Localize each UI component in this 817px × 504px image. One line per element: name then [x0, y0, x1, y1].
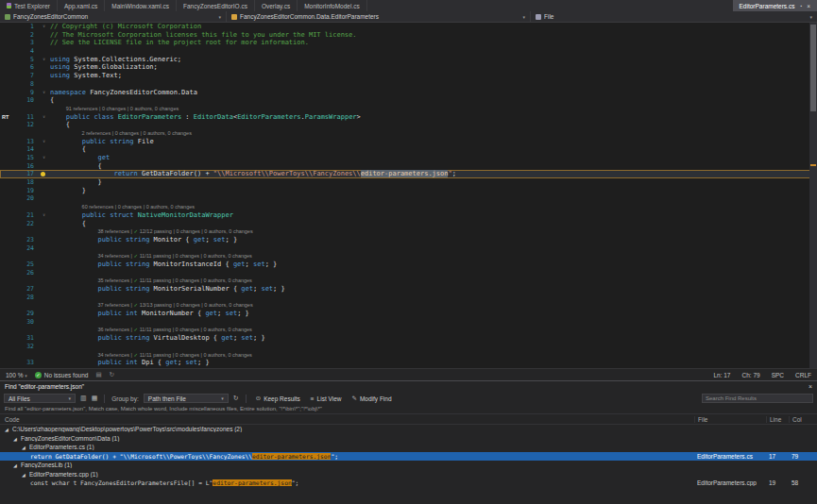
- fold-icon[interactable]: ∨: [38, 138, 50, 146]
- line-ending-indicator[interactable]: CRLF: [795, 372, 811, 378]
- code-line[interactable]: 12 {: [0, 121, 817, 129]
- glyph-margin[interactable]: [38, 318, 50, 327]
- code-line[interactable]: 23 public string Monitor { get; set; }: [0, 236, 817, 244]
- modify-find-button[interactable]: ✎ Modify Find: [349, 395, 395, 402]
- tab-overlay-cs[interactable]: Overlay.cs: [255, 0, 298, 11]
- column-line[interactable]: Line: [766, 416, 789, 423]
- code-line[interactable]: 21∨ public struct NativeMonitorDataWrapp…: [0, 211, 817, 220]
- breakpoint-margin[interactable]: [0, 96, 13, 105]
- spaces-indicator[interactable]: SPC: [772, 372, 784, 378]
- fold-icon[interactable]: ∨: [38, 89, 50, 97]
- scrollbar-thumb[interactable]: [810, 25, 816, 111]
- code-line[interactable]: 2// The Microsoft Corporation licenses t…: [0, 31, 817, 40]
- find-result-group[interactable]: ◢FancyZonesLib (1): [0, 461, 817, 470]
- breakpoint-margin[interactable]: [0, 220, 13, 228]
- search-find-results-input[interactable]: [702, 394, 813, 403]
- code-line[interactable]: 29 public int MonitorNumber { get; set; …: [0, 310, 817, 318]
- pin-icon[interactable]: ▪: [800, 3, 802, 8]
- fold-icon[interactable]: ∨: [38, 56, 50, 64]
- glyph-margin[interactable]: [38, 145, 50, 154]
- glyph-margin[interactable]: [38, 72, 50, 80]
- code-line[interactable]: 15∨ get: [0, 154, 817, 162]
- code-line[interactable]: 32: [0, 343, 817, 351]
- codelens-indicator[interactable]: 34 references | ✓ 11/11 passing | 0 chan…: [97, 351, 251, 360]
- glyph-margin[interactable]: [38, 326, 50, 334]
- code-line[interactable]: 28: [0, 294, 817, 302]
- fold-icon[interactable]: ∨: [38, 113, 50, 122]
- tab-monitorinfomodel-cs[interactable]: MonitorInfoModel.cs: [298, 0, 367, 11]
- glyph-margin[interactable]: [38, 236, 50, 244]
- close-icon[interactable]: ×: [808, 383, 812, 390]
- glyph-margin[interactable]: [38, 63, 50, 72]
- breakpoint-margin[interactable]: [0, 244, 13, 253]
- expander-icon[interactable]: ◢: [13, 462, 21, 468]
- open-file-icon[interactable]: ▥: [80, 395, 87, 402]
- code-line[interactable]: 30: [0, 318, 817, 327]
- glyph-margin[interactable]: [38, 39, 50, 47]
- glyph-margin[interactable]: [38, 269, 50, 277]
- code-line[interactable]: 3// See the LICENSE file in the project …: [0, 39, 817, 47]
- codelens-indicator[interactable]: 35 references | ✓ 11/11 passing | 0 chan…: [97, 277, 251, 285]
- codelens-indicator[interactable]: 36 references | ✓ 11/11 passing | 0 chan…: [97, 326, 251, 334]
- code-line[interactable]: 25 public string MonitorInstanceId { get…: [0, 260, 817, 269]
- glyph-margin[interactable]: [38, 121, 50, 129]
- code-line[interactable]: 7using System.Text;: [0, 72, 817, 80]
- code-line[interactable]: 17 return GetDataFolder() + "\\Microsoft…: [0, 170, 817, 178]
- breakpoint-margin[interactable]: [0, 334, 13, 343]
- codelens-indicator[interactable]: 37 references | ✓ 13/13 passing | 0 chan…: [97, 301, 252, 310]
- member-dropdown[interactable]: File ▾: [531, 11, 817, 22]
- breakpoint-margin[interactable]: [0, 236, 13, 244]
- column-col[interactable]: Col: [789, 416, 817, 423]
- code-line[interactable]: 10{: [0, 96, 817, 105]
- code-line[interactable]: 19 }: [0, 187, 817, 195]
- breakpoint-margin[interactable]: [0, 326, 13, 334]
- code-line[interactable]: 26: [0, 269, 817, 277]
- glyph-margin[interactable]: [38, 244, 50, 253]
- codelens-row[interactable]: 34 references | ✓ 11/11 passing | 0 chan…: [0, 351, 817, 360]
- code-line[interactable]: RT11∨ public class EditorParameters : Ed…: [0, 113, 817, 122]
- glyph-margin[interactable]: [38, 294, 50, 302]
- glyph-margin[interactable]: [38, 351, 50, 360]
- breakpoint-margin[interactable]: [0, 301, 13, 310]
- breakpoint-margin[interactable]: [0, 187, 13, 195]
- type-dropdown[interactable]: FancyZonesEditorCommon.Data.EditorParame…: [227, 11, 531, 22]
- breakpoint-margin[interactable]: [0, 203, 13, 211]
- breakpoint-margin[interactable]: [0, 47, 13, 56]
- breakpoint-margin[interactable]: [0, 89, 13, 97]
- lightbulb-icon[interactable]: [41, 172, 45, 176]
- code-line[interactable]: 1∨// Copyright (c) Microsoft Corporation: [0, 23, 817, 31]
- char-indicator[interactable]: Ch: 79: [741, 372, 759, 378]
- breakpoint-margin[interactable]: [0, 121, 13, 129]
- code-line[interactable]: 4: [0, 47, 817, 56]
- tab-mainwindow-xaml-cs[interactable]: MainWindow.xaml.cs: [105, 0, 177, 11]
- codelens-row[interactable]: 34 references | ✓ 11/11 passing | 0 chan…: [0, 252, 817, 260]
- code-line[interactable]: 5∨using System.Collections.Generic;: [0, 56, 817, 64]
- glyph-margin[interactable]: [38, 301, 50, 310]
- glyph-margin[interactable]: [38, 220, 50, 228]
- column-file[interactable]: File: [694, 416, 766, 423]
- breakpoint-margin[interactable]: [0, 170, 13, 178]
- code-line[interactable]: 9∨namespace FancyZonesEditorCommon.Data: [0, 89, 817, 97]
- glyph-margin[interactable]: [38, 170, 50, 178]
- code-line[interactable]: 24: [0, 244, 817, 253]
- breakpoint-margin[interactable]: [0, 31, 13, 40]
- find-result-group[interactable]: ◢C:\Users\zhaopengwang\Desktop\powertoys…: [0, 425, 817, 434]
- find-result-group[interactable]: ◢FancyZonesEditorCommon\Data (1): [0, 434, 817, 444]
- breakpoint-margin[interactable]: [0, 63, 13, 72]
- find-result-match[interactable]: const wchar_t FancyZonesEditorParameters…: [0, 479, 817, 488]
- fold-icon[interactable]: ∨: [38, 154, 50, 162]
- breakpoint-margin[interactable]: [0, 343, 13, 351]
- breakpoint-margin[interactable]: [0, 294, 13, 302]
- tab-fancyzoneseditorio-cs[interactable]: FancyZonesEditorIO.cs: [177, 0, 255, 11]
- glyph-margin[interactable]: [38, 277, 50, 285]
- tab-app-xaml-cs[interactable]: App.xaml.cs: [58, 0, 105, 11]
- glyph-margin[interactable]: [38, 252, 50, 260]
- breakpoint-margin[interactable]: [0, 56, 13, 64]
- list-icon[interactable]: ▤: [95, 371, 101, 378]
- find-result-group[interactable]: ◢EditorParameters.cpp (1): [0, 470, 817, 479]
- breakpoint-margin[interactable]: [0, 227, 13, 236]
- project-dropdown[interactable]: FancyZonesEditorCommon ▾: [0, 11, 227, 22]
- codelens-row[interactable]: 37 references | ✓ 13/13 passing | 0 chan…: [0, 301, 817, 310]
- breakpoint-margin[interactable]: [0, 351, 13, 360]
- scope-dropdown[interactable]: All Files▾: [4, 394, 76, 403]
